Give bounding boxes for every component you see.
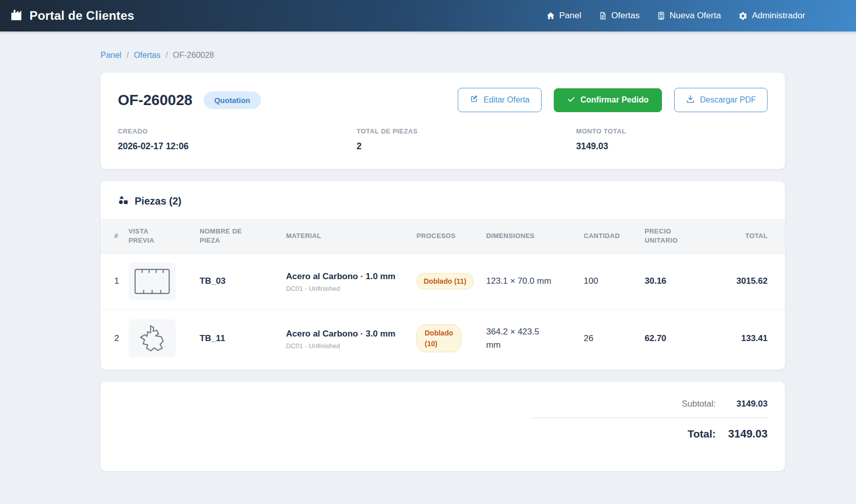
part-quantity: 26: [584, 309, 645, 367]
pieces-section-title: Piezas (2): [135, 195, 181, 207]
download-pdf-button[interactable]: Descargar PDF: [674, 88, 768, 112]
app-title: Portal de Clientes: [29, 9, 134, 23]
col-material: MATERIAL: [286, 219, 417, 253]
process-badge: Doblado (11): [417, 273, 473, 289]
factory-icon: [10, 8, 24, 24]
breadcrumb-current: OF-260028: [173, 51, 214, 60]
breadcrumb-link-ofertas[interactable]: Ofertas: [134, 51, 160, 60]
total-pieces-value: 2: [357, 141, 576, 152]
nav-item-panel[interactable]: Panel: [546, 11, 581, 21]
row-index: 1: [101, 253, 129, 309]
offer-summary-card: OF-260028 Quotation Editar Oferta Confir…: [101, 73, 785, 169]
total-label: Total:: [531, 428, 716, 440]
table-row: 2 TB_11 Acero al Carbono · 3.0 mm DC01 -…: [101, 309, 785, 367]
table-row: 1 TB_03 Acero al Carbono · 1.0 mm DC01 -…: [101, 253, 785, 309]
col-quantity: CANTIDAD: [584, 219, 645, 253]
status-badge: Quotation: [204, 91, 261, 109]
calculator-icon: [657, 11, 665, 20]
home-icon: [546, 11, 555, 20]
col-name: NOMBRE DE PIEZA: [200, 219, 286, 253]
part-dimensions: 364.2 × 423.5 mm: [486, 325, 555, 351]
col-unit-price: PRECIO UNITARIO: [645, 219, 711, 253]
row-index: 2: [101, 309, 129, 367]
breadcrumb-separator: /: [126, 51, 129, 60]
part-unit-price: 62.70: [645, 309, 711, 367]
totals-card: Subtotal: 3149.03 Total: 3149.03: [101, 382, 785, 471]
offer-actions: Editar Oferta Confirmar Pedido Descargar…: [458, 88, 768, 112]
part-quantity: 100: [584, 253, 645, 309]
col-processes: PROCESOS: [417, 219, 486, 253]
total-value: 3149.03: [716, 428, 768, 441]
col-dimensions: DIMENSIONES: [486, 219, 584, 253]
nav-item-administrador[interactable]: Administrador: [738, 11, 805, 21]
part-name: TB_03: [200, 253, 286, 309]
subtotal-value: 3149.03: [716, 399, 768, 409]
part-material-sub: DC01 - Unfinished: [286, 342, 411, 350]
pieces-table: # VISTA PREVIA NOMBRE DE PIEZA MATERIAL …: [101, 219, 785, 367]
part-unit-price: 30.16: [645, 253, 711, 309]
part-name: TB_11: [200, 309, 286, 367]
part-total: 3015.62: [711, 253, 785, 309]
breadcrumb-link-panel[interactable]: Panel: [101, 51, 121, 60]
part-material: Acero al Carbono · 3.0 mm: [286, 327, 411, 341]
part-total: 133.41: [711, 309, 785, 367]
part-preview-thumbnail: [129, 319, 176, 357]
check-icon: [567, 95, 576, 106]
pieces-card: Piezas (2) # VISTA PREVIA NOMBRE DE PIEZ…: [101, 181, 785, 369]
nav-item-nueva-oferta[interactable]: Nueva Oferta: [657, 11, 721, 21]
col-total: TOTAL: [711, 219, 785, 253]
meta-total-amount: MONTO TOTAL 3149.03: [576, 127, 768, 152]
part-preview-thumbnail: [129, 262, 176, 300]
part-dimensions: 123.1 × 70.0 mm: [486, 275, 551, 288]
edit-icon: [469, 94, 479, 106]
brand-logo-link[interactable]: Portal de Clientes: [10, 8, 134, 24]
top-navigation-bar: Portal de Clientes Panel Ofertas Nueva O…: [0, 0, 856, 31]
breadcrumb: Panel / Ofertas / OF-260028: [101, 51, 785, 60]
meta-total-pieces: TOTAL DE PIEZAS 2: [357, 127, 576, 152]
edit-offer-button[interactable]: Editar Oferta: [458, 88, 542, 112]
gear-icon: [738, 11, 748, 21]
nav-item-ofertas[interactable]: Ofertas: [598, 11, 640, 21]
subtotal-label: Subtotal:: [531, 399, 716, 409]
col-index: #: [101, 219, 129, 253]
meta-created: CREADO 2026-02-17 12:06: [118, 127, 357, 152]
confirm-order-button[interactable]: Confirmar Pedido: [554, 88, 662, 112]
process-badge: Doblado (10): [417, 324, 461, 352]
total-amount-value: 3149.03: [576, 141, 768, 152]
download-icon: [686, 94, 695, 106]
col-preview: VISTA PREVIA: [129, 219, 200, 253]
table-header-row: # VISTA PREVIA NOMBRE DE PIEZA MATERIAL …: [101, 219, 785, 253]
offer-id-title: OF-260028: [118, 92, 193, 109]
part-material: Acero al Carbono · 1.0 mm: [286, 270, 411, 283]
shapes-icon: [118, 194, 129, 208]
totals-divider: [531, 418, 768, 418]
main-nav: Panel Ofertas Nueva Oferta Administrador: [546, 11, 805, 21]
part-material-sub: DC01 - Unfinished: [286, 285, 411, 292]
breadcrumb-separator: /: [166, 51, 168, 60]
document-icon: [598, 11, 607, 20]
created-value: 2026-02-17 12:06: [118, 141, 357, 152]
offer-meta: CREADO 2026-02-17 12:06 TOTAL DE PIEZAS …: [118, 127, 768, 152]
